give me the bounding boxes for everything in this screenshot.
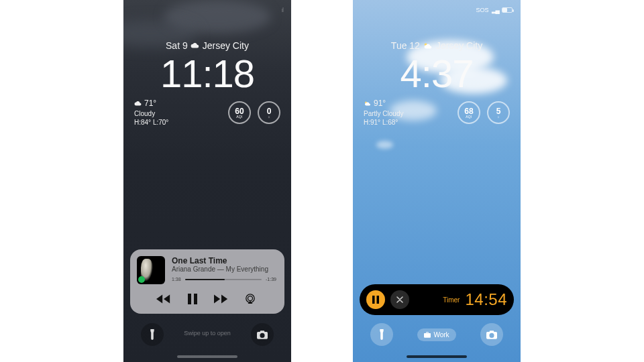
- svg-rect-7: [377, 296, 380, 304]
- date-label: Tue 12: [391, 40, 420, 51]
- svg-rect-0: [188, 294, 191, 304]
- uv-label: ☼: [497, 115, 500, 119]
- prev-track-button[interactable]: [156, 291, 172, 307]
- now-playing-card[interactable]: One Last Time Ariana Grande — My Everyth…: [130, 249, 284, 314]
- date-location-row[interactable]: Tue 12 Jersey City: [353, 40, 521, 51]
- aqi-widget[interactable]: 68 AQI: [458, 101, 480, 124]
- location-label: Jersey City: [436, 40, 482, 51]
- progress-bar[interactable]: [185, 279, 262, 280]
- date-label: Sat 9: [166, 40, 188, 51]
- progress-row: 1:38 -1:39: [172, 277, 276, 282]
- aqi-label: AQI: [466, 115, 472, 119]
- timer-pause-button[interactable]: [366, 290, 385, 309]
- focus-label: Work: [433, 331, 449, 339]
- clock: 11:18: [123, 51, 291, 96]
- hi-lo-label: H:84° L:70°: [134, 118, 168, 127]
- airplay-button[interactable]: [242, 291, 258, 307]
- svg-rect-6: [372, 296, 375, 304]
- weather-widget[interactable]: 91° Partly Cloudy H:91° L:68°: [364, 99, 403, 127]
- temp-value: 91°: [374, 99, 386, 109]
- flashlight-button[interactable]: [141, 323, 164, 346]
- weather-widget[interactable]: 71° Cloudy H:84° L:70°: [134, 99, 168, 127]
- sun-cloud-icon: [364, 101, 372, 107]
- timer-label: Timer: [443, 296, 460, 304]
- aqi-label: AQI: [236, 115, 243, 119]
- lockscreen-left: ıl Sat 9 Jersey City 11:18 71° Cloudy H:…: [123, 0, 291, 362]
- sos-label: SOS: [476, 7, 489, 13]
- sun-cloud-icon: [423, 42, 433, 50]
- home-indicator[interactable]: [407, 355, 467, 358]
- circle-widgets: 60 AQI 0 ☼: [228, 101, 280, 124]
- svg-point-3: [248, 296, 252, 301]
- circle-widgets: 68 AQI 5 ☼: [458, 101, 510, 124]
- aqi-widget[interactable]: 60 AQI: [228, 101, 251, 124]
- uv-widget[interactable]: 0 ☼: [258, 101, 280, 124]
- focus-pill[interactable]: Work: [417, 328, 455, 341]
- status-bar: ıl: [282, 7, 284, 13]
- timer-live-activity[interactable]: Timer 14:54: [360, 284, 514, 315]
- condition-label: Partly Cloudy: [364, 109, 403, 118]
- spotify-icon: [138, 276, 145, 283]
- camera-button[interactable]: [480, 323, 503, 346]
- signal-icon: ▂▄: [492, 7, 499, 13]
- condition-label: Cloudy: [134, 109, 168, 118]
- wallpaper-cloud: [376, 141, 393, 149]
- status-bar: SOS ▂▄: [476, 7, 513, 13]
- timer-value: 14:54: [465, 290, 507, 309]
- music-controls: [137, 291, 276, 307]
- hi-lo-label: H:91° L:68°: [364, 118, 403, 127]
- timer-close-button[interactable]: [390, 290, 409, 309]
- bottom-actions: Work: [353, 323, 521, 346]
- camera-button[interactable]: [251, 323, 274, 346]
- battery-icon: [502, 7, 513, 13]
- widgets-row: 91° Partly Cloudy H:91° L:68° 68 AQI 5 ☼: [353, 99, 521, 127]
- track-artist: Ariana Grande — My Everything: [172, 265, 276, 273]
- elapsed-label: 1:38: [172, 277, 181, 282]
- lockscreen-right: SOS ▂▄ Tue 12 Jersey City 4:37 91° Partl…: [353, 0, 521, 362]
- remaining-label: -1:39: [266, 277, 276, 282]
- album-art[interactable]: [137, 256, 165, 284]
- location-label: Jersey City: [203, 40, 249, 51]
- briefcase-icon: [424, 332, 431, 338]
- widgets-row: 71° Cloudy H:84° L:70° 60 AQI 0 ☼: [123, 99, 291, 127]
- pause-button[interactable]: [184, 291, 201, 307]
- temp-value: 71°: [144, 99, 156, 109]
- cloud-icon: [191, 42, 200, 49]
- uv-label: ☼: [268, 115, 271, 119]
- home-indicator[interactable]: [177, 355, 237, 358]
- uv-widget[interactable]: 5 ☼: [487, 101, 510, 124]
- flashlight-button[interactable]: [370, 323, 393, 346]
- cloud-icon: [134, 101, 142, 107]
- bottom-actions: [123, 323, 291, 346]
- track-title: One Last Time: [172, 256, 276, 265]
- svg-rect-1: [194, 294, 197, 304]
- next-track-button[interactable]: [213, 291, 229, 307]
- clock: 4:37: [353, 51, 521, 96]
- signal-icon: ıl: [282, 7, 284, 13]
- date-location-row[interactable]: Sat 9 Jersey City: [123, 40, 291, 51]
